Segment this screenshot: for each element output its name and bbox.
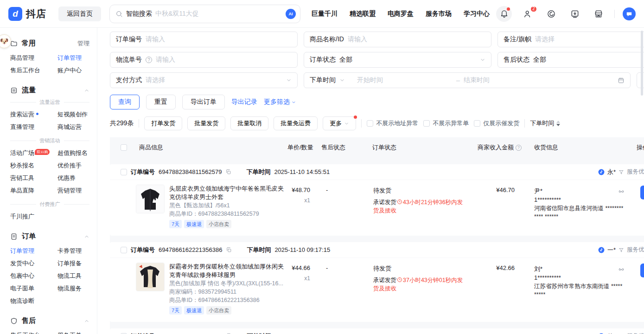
filter-order-no[interactable]: 订单编号请输入: [110, 32, 298, 47]
contacts-count-badge: 2: [530, 6, 537, 13]
sidebar-item-seckill[interactable]: 秒杀报名: [10, 159, 57, 172]
product-spec: 黑色【甄选加绒】/56x1: [169, 201, 287, 210]
primary-action-button[interactable]: [640, 263, 644, 277]
sidebar-item-single-discount[interactable]: 单品直降: [10, 184, 57, 197]
sidebar-item-logistics-tools[interactable]: 物流工具: [57, 270, 97, 282]
tag-self-sell: 小店自卖: [206, 306, 231, 315]
nav-luopan[interactable]: 电商罗盘: [388, 10, 414, 18]
compass-icon[interactable]: [543, 6, 559, 22]
filter-order-status[interactable]: 订单状态全部: [304, 52, 491, 68]
nav-service-market[interactable]: 服务市场: [426, 10, 452, 18]
vertical-scrollbar[interactable]: [641, 31, 643, 96]
aftersale-status: -: [321, 263, 370, 271]
sidebar-item-service-ticket[interactable]: 服务工单: [57, 329, 97, 334]
sidebar-item-logistics-diagnose[interactable]: 物流诊断: [10, 295, 57, 307]
doudian-logo[interactable]: d 抖店: [8, 7, 46, 21]
nav-jingxuan[interactable]: 精选联盟: [350, 10, 376, 18]
sidebar-item-orders[interactable]: 订单管理: [57, 51, 97, 64]
product-title[interactable]: 探霸者外套男保暖秋冬立领加绒加厚休闲夹克青年绒款修身棒球服男: [169, 263, 287, 279]
export-orders-button[interactable]: 导出订单: [182, 95, 225, 109]
sidebar-item-goods[interactable]: 商品管理: [10, 51, 57, 64]
glasses-decrypt-icon[interactable]: [618, 266, 625, 272]
only-urged-checkbox[interactable]: 仅展示催发货: [474, 119, 519, 128]
sidebar-item-live[interactable]: 直播管理: [10, 121, 57, 133]
more-filters-link[interactable]: 更多筛选: [264, 98, 296, 106]
reset-button[interactable]: 重置: [146, 95, 176, 109]
sidebar-item-price-push[interactable]: 优价推手: [57, 159, 97, 172]
buyer-name[interactable]: 一*: [607, 246, 616, 254]
filter-remark-flag[interactable]: 备注/旗帜请选择: [497, 32, 644, 47]
copy-icon[interactable]: [226, 247, 232, 253]
hide-abnormal-order-checkbox[interactable]: 不展示异常单: [423, 119, 469, 128]
back-home-button[interactable]: 返回首页: [58, 6, 101, 21]
filter-tracking-no[interactable]: 物流单号 请输入: [110, 52, 298, 68]
sku-id: 6947882384811562579: [198, 211, 259, 217]
sidebar-item-search-ops[interactable]: 搜索运营: [10, 108, 57, 121]
sidebar-item-order-mgmt[interactable]: 订单管理: [10, 244, 57, 257]
batch-ship-button[interactable]: 批量发货: [187, 116, 225, 130]
sidebar-item-marketing-tools[interactable]: 营销工具: [10, 172, 57, 184]
sidebar-item-activity-plaza[interactable]: 活动广场双11购: [10, 147, 57, 159]
sidebar-item-aftersale-desk[interactable]: 售后工作台: [10, 64, 57, 77]
sidebar-item-qianchuan-promo[interactable]: 千川推广: [10, 210, 57, 223]
sidebar-item-aftersale-workbench[interactable]: 售后工作台: [10, 329, 57, 334]
smart-search-input[interactable]: 智能搜索 中秋&双11大促 AI: [109, 5, 300, 23]
download-icon[interactable]: [567, 6, 583, 22]
product-title[interactable]: 头层皮衣男立领加绒海宁中年爸爸黑毛皮夹克仿绵羊皮男士外套: [169, 185, 287, 201]
hide-abnormal-address-checkbox[interactable]: 不展示地址异常: [367, 119, 418, 128]
sidebar-item-package-center[interactable]: 包裹中心: [10, 270, 57, 282]
douyin-icon: [598, 247, 605, 253]
batch-free-shipping-button[interactable]: 批量免运费: [274, 116, 318, 130]
sidebar-item-mall-ops[interactable]: 商城运营: [57, 121, 97, 133]
sidebar-item-order-report[interactable]: 订单报备: [57, 257, 97, 270]
query-button[interactable]: 查询: [110, 95, 140, 109]
filter-time-range[interactable]: 下单时间 开始时间 – 结束时间: [304, 72, 631, 88]
filter-funnel-icon[interactable]: [618, 169, 624, 175]
copy-icon[interactable]: [225, 169, 231, 175]
order-time: 2025-11-10 14:55:51: [274, 168, 330, 175]
filter-funnel-icon[interactable]: [618, 247, 624, 253]
filter-aftersale-status[interactable]: 售后状态全部: [497, 52, 644, 68]
income-help-icon[interactable]: [516, 145, 522, 151]
sidebar-item-value-buy[interactable]: 超值购报名: [57, 147, 97, 159]
feige-service-icon[interactable]: [623, 7, 636, 20]
buyer-name[interactable]: 永*: [607, 168, 616, 176]
order-checkbox[interactable]: [121, 169, 127, 175]
product-image[interactable]: [136, 185, 165, 213]
primary-action-button[interactable]: [640, 186, 644, 199]
sidebar-item-e-waybill[interactable]: 电子面单: [10, 282, 57, 295]
chevron-up-icon[interactable]: [84, 88, 89, 93]
sidebar-item-logistics-service[interactable]: 物流服务: [57, 282, 97, 295]
nav-learning[interactable]: 学习中心: [464, 10, 490, 18]
sidebar-item-card-coupon[interactable]: 卡券管理: [57, 244, 97, 257]
order-group: 订单编号 6947847386869143359 下单时间 2025-11-09…: [110, 328, 644, 334]
sidebar-item-coupon[interactable]: 优惠券: [57, 172, 97, 184]
batch-more-button[interactable]: 更多: [323, 116, 356, 130]
manage-link[interactable]: 管理: [77, 39, 89, 48]
product-image[interactable]: [136, 263, 165, 291]
batch-toolbar: 共299条 打单发货 批量发货 批量取消 批量免运费 更多 不展示地址异常 不展…: [110, 116, 644, 130]
print-ship-button[interactable]: 打单发货: [144, 116, 182, 130]
nav-qianchuan[interactable]: 巨量千川: [312, 10, 338, 18]
filter-product-name[interactable]: 商品名称/ID请输入: [304, 32, 491, 47]
product-spec: 黑色(加绒加厚 情侣 冬季)/3XL(3XL(155-16...: [169, 279, 287, 288]
contacts-icon[interactable]: 2: [520, 6, 536, 22]
sidebar-item-short-video[interactable]: 短视频创作: [57, 108, 97, 121]
chevron-up-icon[interactable]: [84, 318, 89, 324]
select-all-checkbox[interactable]: [121, 144, 127, 151]
batch-cancel-button[interactable]: 批量取消: [230, 116, 268, 130]
filter-pay-method[interactable]: 支付方式请选择: [110, 72, 298, 88]
ai-search-icon[interactable]: AI: [286, 9, 296, 19]
notification-bell-icon[interactable]: [496, 6, 512, 22]
sidebar-item-account[interactable]: 账户中心: [57, 64, 97, 77]
sidebar-item-ship-center[interactable]: 发货中心: [10, 257, 57, 270]
chevron-up-icon[interactable]: [84, 234, 89, 239]
export-log-link[interactable]: 导出记录: [231, 98, 257, 106]
glasses-decrypt-icon[interactable]: [618, 188, 625, 194]
storefront-icon[interactable]: [591, 6, 606, 22]
sidebar-item-marketing-mgmt[interactable]: 营销管理: [57, 184, 97, 197]
order-checkbox[interactable]: [121, 247, 127, 253]
order-time-sorter[interactable]: 下单时间: [530, 119, 560, 128]
help-icon[interactable]: [146, 57, 152, 63]
buyer-name[interactable]: 仙*: [607, 332, 616, 334]
